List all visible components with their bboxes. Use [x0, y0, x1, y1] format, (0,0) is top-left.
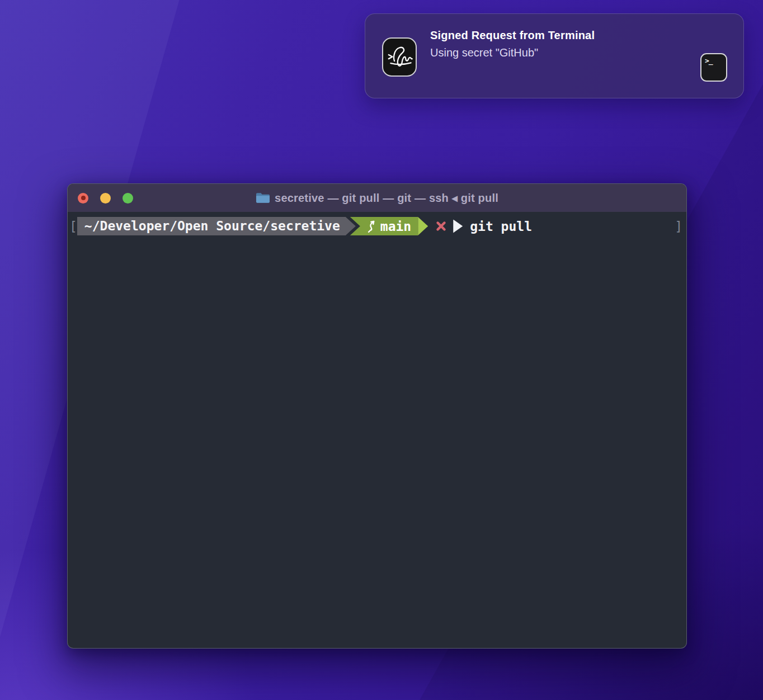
powerline-arrow-green: [418, 217, 428, 235]
window-title: secretive — git pull — git — ssh ◂ git p…: [256, 191, 498, 205]
secretive-signature-icon: [382, 37, 417, 77]
prompt-triangle-icon: [453, 220, 463, 233]
prompt-path-segment: ~/Developer/Open Source/secretive: [77, 217, 346, 235]
zoom-button[interactable]: [123, 193, 133, 204]
prompt-branch-segment: main: [350, 217, 418, 235]
notification-banner[interactable]: Signed Request from Terminal Using secre…: [365, 13, 744, 98]
notification-title: Signed Request from Terminal: [430, 27, 690, 44]
notification-text-block: Signed Request from Terminal Using secre…: [430, 27, 690, 61]
minimize-button[interactable]: [100, 193, 111, 204]
terminal-content[interactable]: [ ~/Developer/Open Source/secretive main: [68, 217, 686, 649]
terminal-mark-close: ]: [675, 219, 682, 234]
git-branch-icon: [367, 220, 376, 233]
terminal-window: secretive — git pull — git — ssh ◂ git p…: [67, 183, 687, 649]
blue-folder-icon: [256, 192, 270, 204]
branch-name: main: [380, 219, 411, 234]
terminal-app-icon: >_: [700, 53, 727, 82]
terminal-mark-open: [: [69, 219, 77, 234]
typed-command[interactable]: git pull: [470, 219, 532, 234]
window-title-text: secretive — git pull — git — ssh ◂ git p…: [275, 191, 498, 205]
close-button[interactable]: [78, 193, 88, 204]
window-titlebar[interactable]: secretive — git pull — git — ssh ◂ git p…: [68, 184, 686, 212]
status-x-icon: [435, 220, 447, 232]
notification-subtitle: Using secret "GitHub": [430, 44, 690, 61]
traffic-lights: [78, 184, 133, 212]
prompt-line: [ ~/Developer/Open Source/secretive main: [68, 217, 686, 235]
